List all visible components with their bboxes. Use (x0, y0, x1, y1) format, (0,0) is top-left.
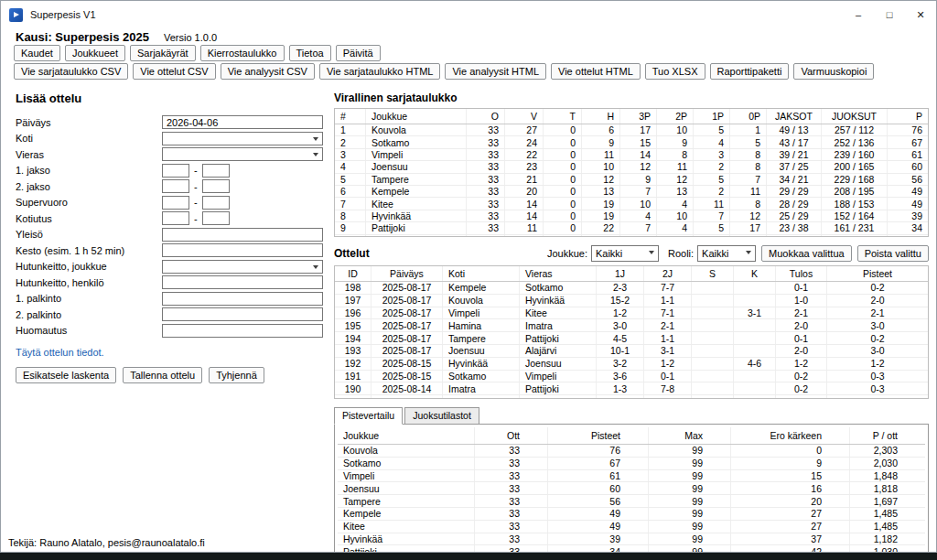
cell: 19 (730, 235, 767, 237)
cell: 2,303 (850, 445, 925, 457)
maximize-icon[interactable]: □ (874, 1, 905, 28)
cell: 39 (548, 533, 649, 545)
cell: 1,848 (850, 470, 925, 482)
standings-row[interactable]: 6Kempele332001371321129 / 29208 / 19549 (335, 186, 928, 198)
toolbar-button-sarjakayrat[interactable]: Sarjakäyrät (130, 45, 196, 61)
matches-row[interactable]: 1922025-08-15HyvinkääJoensuu3-21-24-61-2… (335, 358, 928, 371)
form-button-tyhjenna[interactable]: Tyhjennä (209, 367, 264, 383)
standings-row[interactable]: 1Kouvola33270617105149 / 13257 / 11276 (335, 124, 928, 136)
cell: 1 (730, 124, 767, 135)
standings-table: #JoukkueOVTH3P2P1P0PJAKSOTJUOKSUTP1Kouvo… (334, 108, 929, 237)
cell: 6 (582, 124, 620, 135)
toolbar-button-tuo-xlsx[interactable]: Tuo XLSX (645, 63, 705, 80)
input-supervuoro-home[interactable] (162, 196, 189, 210)
tab-pistevertailu[interactable]: Pistevertailu (334, 407, 403, 425)
matches-row[interactable]: 1972025-08-17KouvolaHyvinkää15-21-11-02-… (335, 295, 928, 307)
cell (734, 319, 776, 331)
analysis-row[interactable]: Pattijoki333499421,030 (338, 545, 925, 553)
analysis-row[interactable]: Vimpeli336199151,848 (338, 470, 925, 483)
analysis-row[interactable]: Kitee334999271,485 (338, 521, 925, 533)
select-koti[interactable] (162, 132, 323, 145)
cell: 150 / 230 (822, 235, 888, 237)
matches-row[interactable]: 1892025-08-14HaminaTampere0-41-60-20-3 (335, 395, 928, 399)
column-header-2j: 2J (644, 266, 692, 281)
standings-row[interactable]: 9Pattijoki33110227451723 / 38161 / 23134 (335, 222, 928, 234)
input-hutunkeitto-henkilo[interactable] (162, 275, 323, 289)
toolbar-button-vie-analyysit-html[interactable]: Vie analyysit HTML (445, 63, 546, 80)
standings-row[interactable]: 4Joensuu332301012112837 / 25200 / 16560 (335, 161, 928, 173)
standings-row[interactable]: 3Vimpeli33220111483839 / 21239 / 16061 (335, 149, 928, 161)
form-button-esikatsele-laskenta[interactable]: Esikatsele laskenta (16, 367, 116, 383)
edit-selected-button[interactable]: Muokkaa valittua (761, 245, 852, 262)
matches-header-row: IDPäiväysKotiVieras1J2JSKTulosPisteet (335, 266, 928, 282)
input-jakso1-away[interactable] (202, 164, 230, 178)
analysis-row[interactable]: Joensuu336099161,818 (338, 482, 925, 495)
matches-row[interactable]: 1942025-08-17TamperePattijoki4-51-10-10-… (335, 332, 928, 345)
toolbar-button-paivita[interactable]: Päivitä (336, 45, 381, 61)
select-vieras[interactable] (162, 147, 323, 161)
toolbar-button-raporttipaketti[interactable]: Raporttipaketti (710, 63, 790, 80)
toolbar-button-vie-analyysit-csv[interactable]: Vie analyysit CSV (221, 63, 315, 80)
analysis-row[interactable]: Hyvinkää333999371,182 (338, 533, 925, 546)
delete-selected-button[interactable]: Poista valittu (857, 245, 929, 262)
toolbar-button-vie-ottelut-csv[interactable]: Vie ottelut CSV (133, 63, 215, 80)
input-yleiso[interactable] (162, 228, 323, 242)
form-label-huomautus: Huomautus (16, 325, 162, 336)
analysis-row[interactable]: Kempele334999271,485 (338, 508, 925, 521)
input-palkinto2[interactable] (162, 307, 323, 321)
standings-row[interactable]: 7Kitee331401910411828 / 29188 / 15349 (335, 198, 928, 210)
role-filter-select[interactable]: Kaikki (697, 245, 756, 262)
toolbar-button-vie-sarjataulukko-csv[interactable]: Vie sarjataulukko CSV (14, 63, 128, 80)
cell: 61 (888, 149, 928, 160)
minimize-icon[interactable]: – (843, 1, 874, 28)
input-jakso2-away[interactable] (202, 179, 230, 193)
close-icon[interactable]: ✕ (905, 1, 936, 28)
matches-row[interactable]: 1962025-08-17VimpeliKitee1-27-13-12-12-1 (335, 307, 928, 320)
matches-row[interactable]: 1952025-08-17HaminaImatra3-02-12-03-0 (335, 319, 928, 332)
cell: 9 (582, 136, 620, 147)
toolbar-button-kierrostaulukko[interactable]: Kierrostaulukko (200, 45, 285, 61)
standings-row[interactable]: 5Tampere33210129125734 / 21229 / 16856 (335, 174, 928, 186)
input-paivays[interactable] (162, 115, 323, 129)
cell: 2-1 (827, 307, 928, 319)
form-field-vieras: Vieras (16, 146, 327, 163)
standings-row[interactable]: 10Alajärvi33100235541922 / 40150 / 23029 (335, 235, 928, 237)
toolbar-button-tietoa[interactable]: Tietoa (289, 45, 331, 61)
input-jakso2-home[interactable] (162, 179, 189, 193)
input-supervuoro-away[interactable] (202, 196, 230, 210)
cell: 99 (649, 482, 731, 494)
tab-juoksutilastot[interactable]: Juoksutilastot (404, 407, 479, 425)
toolbar-button-joukkueet[interactable]: Joukkueet (65, 45, 125, 61)
analysis-row[interactable]: Tampere335699201,697 (338, 495, 925, 508)
cell: 1-6 (644, 395, 692, 399)
cell: 0-1 (776, 332, 827, 344)
matches-row[interactable]: 1912025-08-15SotkamoVimpeli3-60-10-20-3 (335, 371, 928, 383)
toolbar-button-vie-sarjataulukko-html[interactable]: Vie sarjataulukko HTML (319, 63, 441, 80)
input-huomautus[interactable] (162, 324, 323, 338)
cell: Kitee (520, 307, 597, 319)
standings-row[interactable]: 2Sotkamo3324091594543 / 17252 / 13667 (335, 136, 928, 148)
matches-row[interactable]: 1982025-08-17KempeleSotkamo2-37-70-10-2 (335, 282, 928, 295)
select-hutunkeitto-joukkue[interactable] (162, 260, 323, 274)
team-filter-select[interactable]: Kaikki (591, 245, 659, 262)
matches-table: IDPäiväysKotiVieras1J2JSKTulosPisteet198… (334, 265, 929, 399)
toolbar-button-vie-ottelut-html[interactable]: Vie ottelut HTML (551, 63, 641, 80)
matches-row[interactable]: 1902025-08-14ImatraPattijoki1-37-80-20-3 (335, 382, 928, 395)
input-kotiutus-home[interactable] (162, 211, 189, 225)
input-kesto[interactable] (162, 243, 323, 257)
form-button-tallenna-ottelu[interactable]: Tallenna ottelu (123, 367, 202, 383)
column-header-tulos: Tulos (776, 266, 827, 281)
form-field-paivays: Päiväys (16, 114, 327, 131)
cell: 33 (475, 545, 548, 553)
toolbar-button-kaudet[interactable]: Kaudet (14, 45, 60, 61)
input-kotiutus-away[interactable] (202, 211, 230, 225)
analysis-row[interactable]: Sotkamo33679992,030 (338, 458, 925, 470)
matches-row[interactable]: 1932025-08-17JoensuuAlajärvi10-13-12-03-… (335, 345, 928, 358)
standings-row[interactable]: 8Hyvinkää331401941071225 / 29152 / 16439 (335, 210, 928, 222)
input-palkinto1[interactable] (162, 292, 323, 306)
add-match-form: PäiväysKotiVieras1. jakso-2. jakso-Super… (16, 114, 327, 339)
column-header-p: P (888, 109, 928, 124)
input-jakso1-home[interactable] (162, 164, 189, 178)
toolbar-button-varmuuskopioi[interactable]: Varmuuskopioi (793, 63, 874, 80)
analysis-row[interactable]: Kouvola33769902,303 (338, 445, 925, 458)
